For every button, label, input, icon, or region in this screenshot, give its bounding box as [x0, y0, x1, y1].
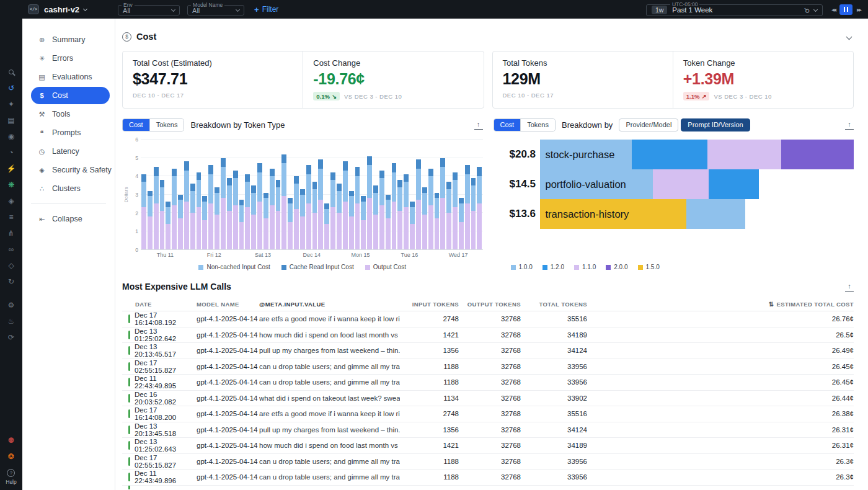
copilot-icon[interactable]: ✦: [6, 99, 16, 109]
stacked-bar[interactable]: [184, 161, 189, 249]
search-icon[interactable]: [6, 67, 16, 77]
step-forward-icon[interactable]: [857, 6, 861, 13]
sidebar-item-tools[interactable]: ⚒Tools: [31, 105, 110, 123]
workflows-icon[interactable]: ⋔: [6, 228, 16, 238]
stacked-bar[interactable]: [148, 191, 153, 249]
export-icon[interactable]: [474, 121, 483, 129]
sidebar-item-prompts[interactable]: ❝Prompts: [31, 124, 110, 141]
stacked-bar[interactable]: [233, 171, 238, 249]
cost-toggle-button[interactable]: Cost: [123, 119, 149, 131]
stacked-bar[interactable]: [453, 172, 458, 249]
stacked-bar[interactable]: [306, 165, 311, 249]
stacked-bar[interactable]: [392, 163, 397, 249]
stacked-bar[interactable]: [324, 203, 329, 249]
table-row[interactable]: Dec 11 22:43:49.896gpt-4.1-2025-04-14can…: [122, 470, 854, 486]
app-logo[interactable]: </>: [28, 4, 39, 14]
usage-icon[interactable]: ◔: [6, 148, 16, 158]
step-back-icon[interactable]: [831, 6, 835, 13]
stacked-bar[interactable]: [264, 193, 268, 249]
stacked-bar[interactable]: [428, 169, 433, 249]
sidebar-item-evaluations[interactable]: ▤Evaluations: [31, 68, 110, 86]
sidebar-item-clusters[interactable]: ∴Clusters: [31, 180, 110, 197]
tokens-toggle-button[interactable]: Tokens: [149, 119, 184, 131]
collapse-chevron-icon[interactable]: [846, 33, 852, 40]
model-filter-dropdown[interactable]: Model Name All: [187, 5, 244, 16]
history-icon[interactable]: ↺: [6, 83, 16, 93]
dashboards-icon[interactable]: ▤: [6, 115, 16, 125]
table-row[interactable]: Dec 13 01:25:02.643gpt-4.1-2025-04-14how…: [122, 438, 854, 454]
table-row[interactable]: Dec 17 02:55:15.827gpt-4.1-2025-04-14can…: [122, 359, 854, 375]
stacked-bar[interactable]: [367, 156, 372, 249]
actions-icon[interactable]: ⚡: [6, 164, 16, 174]
stacked-bar[interactable]: [215, 187, 219, 249]
stacked-bar[interactable]: [386, 195, 391, 250]
stacked-bar[interactable]: [166, 202, 170, 249]
stacked-bar[interactable]: [239, 200, 244, 249]
debug-icon[interactable]: ⚉: [6, 435, 16, 445]
stacked-bar[interactable]: [397, 180, 402, 249]
stacked-bar[interactable]: [435, 193, 440, 249]
stacked-bar[interactable]: [154, 167, 159, 249]
cost-section-header[interactable]: $ Cost: [122, 29, 854, 45]
refresh-icon[interactable]: ↻: [6, 277, 16, 287]
stacked-bar[interactable]: [141, 174, 146, 249]
settings-icon[interactable]: ⚙: [6, 300, 16, 310]
stacked-bar[interactable]: [459, 198, 464, 249]
stacked-bar[interactable]: [160, 180, 165, 249]
stacked-bar[interactable]: [294, 176, 299, 249]
tokens-toggle-button[interactable]: Tokens: [520, 119, 555, 131]
stacked-bar[interactable]: [221, 158, 226, 250]
pin-icon[interactable]: [802, 6, 811, 15]
sidebar-item-errors[interactable]: ✳Errors: [31, 50, 110, 67]
stacked-bar[interactable]: [349, 191, 354, 249]
table-row[interactable]: Dec 13 01:25:02.642gpt-4.1-2025-04-14how…: [122, 327, 854, 344]
stacked-bar[interactable]: [257, 163, 262, 249]
stacked-bar[interactable]: [440, 158, 445, 250]
sidebar-item-latency[interactable]: ◷Latency: [31, 143, 110, 160]
table-row[interactable]: Dec 13 20:13:45.518gpt-4.1-2025-04-14pul…: [122, 422, 854, 439]
stacked-bar[interactable]: [410, 202, 415, 249]
export-icon[interactable]: [845, 283, 854, 291]
add-filter-button[interactable]: + Filter: [254, 5, 278, 14]
table-row[interactable]: Dec 11 22:43:49.895gpt-4.1-2025-04-14can…: [122, 375, 854, 391]
stacked-bar[interactable]: [208, 165, 213, 249]
brand-icon[interactable]: ❂: [6, 452, 16, 461]
stacked-bar[interactable]: [373, 185, 378, 249]
stacked-bar[interactable]: [202, 196, 207, 249]
monitor-icon[interactable]: ♨: [6, 316, 16, 326]
stacked-bar[interactable]: [288, 198, 293, 249]
provider-model-toggle[interactable]: Provider/Model: [619, 118, 678, 131]
time-range-picker[interactable]: UTC-05:00 1w Past 1 Week: [646, 4, 823, 16]
stacked-bar[interactable]: [227, 178, 232, 249]
table-row[interactable]: Dec 16 20:03:52.082gpt-4.1-2025-04-14wha…: [122, 391, 854, 407]
stacked-bar[interactable]: [251, 185, 256, 249]
stacked-bar[interactable]: [471, 178, 476, 249]
guard-icon[interactable]: ◇: [6, 261, 16, 270]
stacked-bar[interactable]: [337, 184, 342, 249]
pause-button[interactable]: [839, 4, 852, 15]
sidebar-item-summary[interactable]: ⊕Summary: [31, 31, 110, 48]
stacked-bar[interactable]: [300, 189, 305, 249]
models-icon[interactable]: ◈: [6, 196, 16, 206]
stacked-bar[interactable]: [343, 161, 348, 249]
stacked-bar[interactable]: [281, 154, 286, 249]
export-icon[interactable]: [845, 121, 854, 129]
help-button[interactable]: Help: [6, 469, 16, 485]
stacked-bar[interactable]: [379, 171, 384, 249]
stacked-bar[interactable]: [355, 167, 360, 249]
sidebar-item-security-safety[interactable]: ◈Security & Safety: [31, 161, 110, 179]
sidebar-item-cost[interactable]: $Cost: [31, 87, 110, 104]
stacked-bar[interactable]: [178, 195, 183, 250]
datasets-icon[interactable]: ≡: [6, 212, 16, 222]
stacked-bar[interactable]: [477, 167, 482, 249]
table-row[interactable]: Dec 17 16:14:08.200gpt-4.1-2025-04-14are…: [122, 406, 854, 422]
prompt-id-version-toggle[interactable]: Prompt ID/Version: [681, 118, 750, 131]
table-row[interactable]: Dec 17 02:55:15.827gpt-4.1-2025-04-14can…: [122, 454, 854, 470]
stacked-bar[interactable]: [361, 196, 366, 249]
stacked-bar[interactable]: [416, 159, 421, 249]
sidebar-collapse-button[interactable]: ⇤Collapse: [31, 210, 110, 228]
explore-icon[interactable]: ◉: [6, 131, 16, 141]
env-filter-dropdown[interactable]: Env All: [118, 5, 180, 16]
project-selector[interactable]: cashri-v2: [44, 5, 87, 14]
stacked-bar[interactable]: [446, 182, 451, 249]
